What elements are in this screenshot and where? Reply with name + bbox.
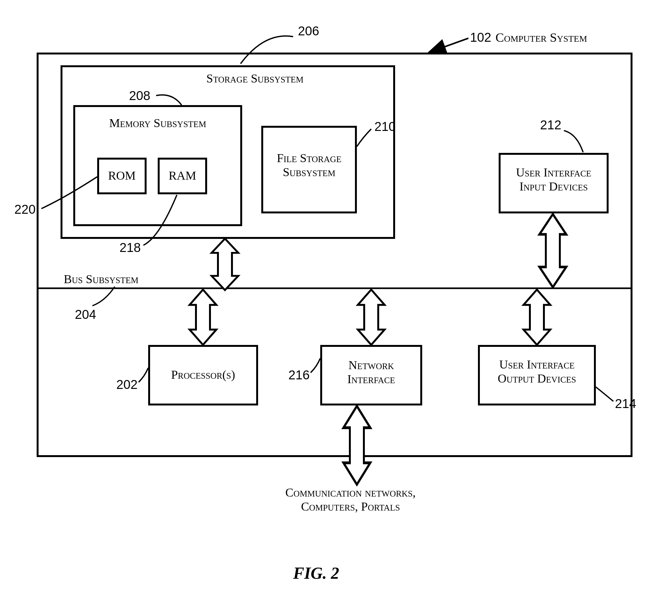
comm-networks-label: Communication networks, Computers, Porta… xyxy=(261,486,440,513)
figure-label: FIG. 2 xyxy=(293,564,339,583)
bus-subsystem-label: Bus Subsystem xyxy=(64,272,166,286)
ref-202: 202 xyxy=(116,377,138,392)
ui-output-label: User Interface Output Devices xyxy=(478,358,596,385)
ref-212: 212 xyxy=(540,118,561,132)
network-interface-label: Network Interface xyxy=(320,358,422,386)
title-text: Computer System xyxy=(496,30,587,45)
rom-label: ROM xyxy=(97,169,146,183)
storage-subsystem-label: Storage Subsystem xyxy=(188,72,322,86)
ref-210: 210 xyxy=(375,119,396,134)
file-storage-label: File Storage Subsystem xyxy=(261,151,357,179)
ref-208: 208 xyxy=(129,89,150,103)
ram-label: RAM xyxy=(158,169,207,183)
ref-102: 102 xyxy=(470,30,491,45)
processor-label: Processor(s) xyxy=(148,368,258,382)
ref-220: 220 xyxy=(14,202,36,217)
ref-206: 206 xyxy=(298,24,319,38)
ui-input-label: User Interface Input Devices xyxy=(499,166,609,193)
svg-line-1 xyxy=(429,38,468,53)
ref-218: 218 xyxy=(119,240,141,255)
memory-subsystem-label: Memory Subsystem xyxy=(94,116,221,130)
ref-214: 214 xyxy=(615,397,636,411)
ref-216: 216 xyxy=(288,368,310,382)
ref-204: 204 xyxy=(75,307,96,322)
